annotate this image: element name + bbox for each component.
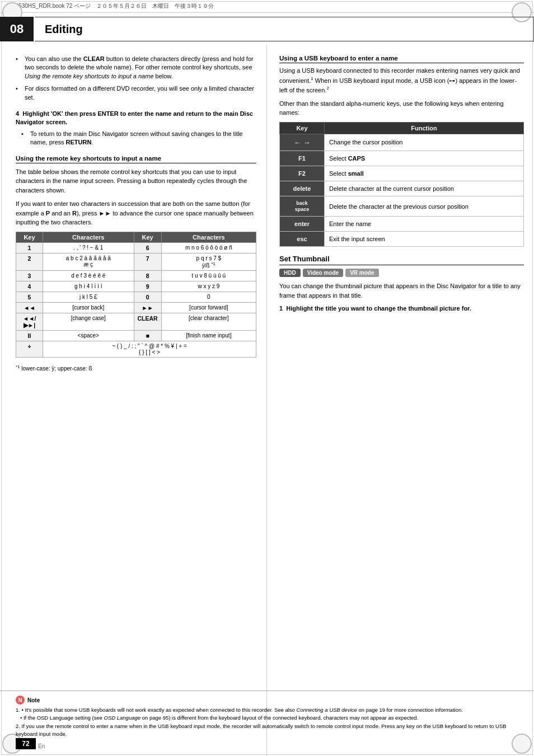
thumbnail-body: You can change the thumbnail picture tha… bbox=[279, 281, 524, 300]
chars-stop: [finish name input] bbox=[161, 330, 256, 341]
key-3: 3 bbox=[16, 270, 43, 281]
kc-header-key1: Key bbox=[16, 232, 43, 242]
key-next: ►► bbox=[134, 302, 161, 313]
chars-case: [change case] bbox=[43, 313, 134, 330]
remote-intro-1: The table below shows the remote control… bbox=[16, 167, 256, 195]
mode-badges: HDD Video mode VR mode bbox=[279, 269, 524, 277]
topbar-text: DVR530HS_RDR.book 72 ページ ２０５年５月２６日 木曜日 午… bbox=[7, 2, 214, 10]
table-row: 3 d e f 3 è é ê ë 8 t u v 8 ü ù û ú bbox=[16, 270, 256, 281]
backspace-key-display: backspace bbox=[291, 199, 314, 214]
chapter-number: 08 bbox=[0, 17, 34, 41]
key-6: 6 bbox=[134, 242, 161, 253]
chars-7: p q r s 7 $ÿ/ß *1 bbox=[161, 253, 256, 270]
key-9: 9 bbox=[134, 281, 161, 292]
usb-header-key: Key bbox=[280, 122, 325, 134]
table-row: II <space> ■ [finish name input] bbox=[16, 330, 256, 341]
f1-key-display: F1 bbox=[292, 154, 312, 163]
bullet-item-1: • You can also use the CLEAR button to d… bbox=[16, 55, 256, 81]
usb-func-f1: Select CAPS bbox=[325, 151, 524, 166]
chars-5: j k l 5 £ bbox=[43, 292, 134, 302]
usb-heading: Using a USB keyboard to enter a name bbox=[279, 55, 524, 63]
delete-key-display: delete bbox=[289, 184, 316, 193]
kc-header-key2: Key bbox=[134, 232, 161, 242]
step4-heading: 4 Highlight 'OK' then press ENTER to ent… bbox=[16, 110, 256, 127]
usb-key-enter: enter bbox=[280, 217, 325, 232]
bullet-text-2: For discs formatted on a different DVD r… bbox=[25, 84, 256, 102]
usb-func-backspace: Delete the character at the previous cur… bbox=[325, 196, 524, 217]
chars-1: . , ′ ? ! − & 1 bbox=[43, 242, 134, 253]
usb-table: Key Function ← → Change the cursor posit… bbox=[279, 122, 524, 247]
badge-video: Video mode bbox=[303, 269, 344, 277]
usb-key-f1: F1 bbox=[280, 151, 325, 166]
chars-prev: [cursor back] bbox=[43, 302, 134, 313]
usb-func-esc: Exit the input screen bbox=[325, 232, 524, 247]
chars-2: a b c 2 à â ã ä å āæ ç bbox=[43, 253, 134, 270]
main-content: • You can also use the CLEAR button to d… bbox=[0, 45, 534, 756]
table-row: ← → Change the cursor position bbox=[280, 134, 524, 151]
bullet-text-1: You can also use the CLEAR button to del… bbox=[25, 55, 256, 81]
table-row: 5 j k l 5 £ 0 0 bbox=[16, 292, 256, 302]
usb-key-f2: F2 bbox=[280, 166, 325, 181]
chars-8: t u v 8 ü ù û ú bbox=[161, 270, 256, 281]
table-row: esc Exit the input screen bbox=[280, 232, 524, 247]
table-footnote: *1 lower-case: ÿ; upper-case: ß bbox=[16, 364, 256, 372]
chars-clear: [clear character] bbox=[161, 313, 256, 330]
usb-func-delete: Delete character at the current cursor p… bbox=[325, 181, 524, 196]
left-column: • You can also use the CLEAR button to d… bbox=[0, 45, 267, 756]
key-5: 5 bbox=[16, 292, 43, 302]
table-row: enter Enter the name bbox=[280, 217, 524, 232]
key-8: 8 bbox=[134, 270, 161, 281]
key-4: 4 bbox=[16, 281, 43, 292]
usb-func-arrow: Change the cursor position bbox=[325, 134, 524, 151]
table-row: F2 Select small bbox=[280, 166, 524, 181]
chars-0: 0 bbox=[161, 292, 256, 302]
table-row: 2 a b c 2 à â ã ä å āæ ç 7 p q r s 7 $ÿ/… bbox=[16, 253, 256, 270]
key-2: 2 bbox=[16, 253, 43, 270]
footnote-2: 2. If you use the remote control to ente… bbox=[16, 722, 518, 739]
table-row: 1 . , ′ ? ! − & 1 6 m n o 6 ö ô ò ó ø ñ bbox=[16, 242, 256, 253]
step4-sub: • To return to the main Disc Navigator s… bbox=[16, 130, 256, 147]
usb-heading-text: Using a USB keyboard to enter a name bbox=[279, 55, 398, 62]
key-7: 7 bbox=[134, 253, 161, 270]
table-row: + ~ ( ) _ / : ; " ` ^ @ # * % ¥ | + ={ }… bbox=[16, 341, 256, 357]
usb-func-enter: Enter the name bbox=[325, 217, 524, 232]
step4-sub-dot: • bbox=[21, 130, 28, 147]
key-0: 0 bbox=[134, 292, 161, 302]
chars-3: d e f 3 è é ê ë bbox=[43, 270, 134, 281]
usb-key-backspace: backspace bbox=[280, 196, 325, 217]
top-bar: DVR530HS_RDR.book 72 ページ ２０５年５月２６日 木曜日 午… bbox=[0, 0, 534, 13]
bullet-dot-1: • bbox=[16, 55, 22, 81]
usb-func-f2: Select small bbox=[325, 166, 524, 181]
badge-vr: VR mode bbox=[345, 269, 378, 277]
chars-plus: ~ ( ) _ / : ; " ` ^ @ # * % ¥ | + ={ } [… bbox=[43, 341, 256, 357]
enter-key-display: enter bbox=[290, 219, 314, 228]
remote-shortcuts-heading: Using the remote key shortcuts to input … bbox=[16, 155, 256, 163]
key-clear: CLEAR bbox=[134, 313, 161, 330]
footnote-1: 1. • It's possible that some USB keyboar… bbox=[16, 706, 518, 722]
table-row: delete Delete character at the current c… bbox=[280, 181, 524, 196]
usb-key-esc: esc bbox=[280, 232, 325, 247]
f2-key-display: F2 bbox=[292, 169, 312, 178]
thumbnail-heading-text: Set Thumbnail bbox=[279, 255, 330, 263]
step4-sub-text: To return to the main Disc Navigator scr… bbox=[30, 130, 256, 147]
table-row: ◄◄/▶►| [change case] CLEAR [clear charac… bbox=[16, 313, 256, 330]
usb-key-arrow: ← → bbox=[280, 134, 325, 151]
chapter-title: Editing bbox=[35, 17, 534, 41]
chapter-title-text: Editing bbox=[45, 23, 83, 36]
usb-header-function: Function bbox=[325, 122, 524, 134]
bullet-dot-2: • bbox=[16, 84, 22, 102]
table-row: F1 Select CAPS bbox=[280, 151, 524, 166]
key-stop: ■ bbox=[134, 330, 161, 341]
key-chars-table: Key Characters Key Characters 1 . , ′ ? … bbox=[16, 232, 256, 358]
chars-pause: <space> bbox=[43, 330, 134, 341]
thumbnail-step1: 1 Highlight the title you want to change… bbox=[279, 304, 524, 313]
page-lang: En bbox=[38, 743, 45, 749]
chars-6: m n o 6 ö ô ò ó ø ñ bbox=[161, 242, 256, 253]
remote-intro-2: If you want to enter two characters in s… bbox=[16, 199, 256, 227]
note-header: N Note bbox=[16, 696, 518, 705]
key-1: 1 bbox=[16, 242, 43, 253]
chars-4: g h i 4 î ï ì í bbox=[43, 281, 134, 292]
page-number: 72 bbox=[16, 738, 36, 749]
table-row: 4 g h i 4 î ï ì í 9 w x y z 9 bbox=[16, 281, 256, 292]
usb-intro2: Other than the standard alpha-numeric ke… bbox=[279, 99, 524, 118]
